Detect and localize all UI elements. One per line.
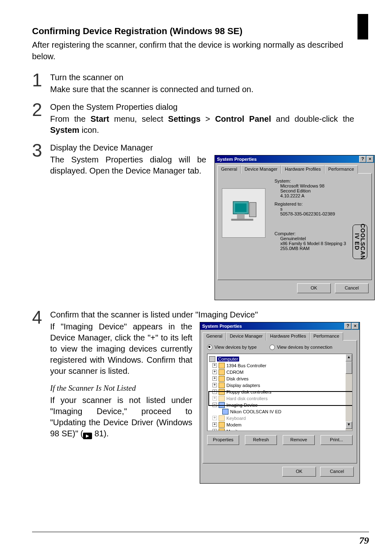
computer-value: x86 Family 6 Model 8 Stepping 3 <box>274 241 346 246</box>
tab-hardware-profiles[interactable]: Hardware Profiles <box>281 165 324 174</box>
system-value: Second Edition <box>274 188 346 193</box>
system-properties-dialog-device-manager: System Properties ? × General Device Man… <box>200 322 360 484</box>
computer-label: Computer: <box>274 231 346 236</box>
t: > <box>201 114 215 123</box>
step-text: Make sure that the scanner is connected … <box>50 84 354 95</box>
registered-value: 50578-335-0622301-02389 <box>274 211 346 216</box>
step-2: 2 Open the System Properties dialog From… <box>32 101 354 136</box>
registered-value: s <box>274 206 346 211</box>
scroll-thumb[interactable] <box>346 361 352 374</box>
step-4: 4 Confirm that the scanner is listed und… <box>32 308 354 484</box>
tree-item[interactable]: CDROM <box>226 370 244 375</box>
bold: Control Panel <box>215 114 271 123</box>
tree-item[interactable]: Disk drives <box>226 376 249 381</box>
tree-item[interactable]: Display adapters <box>226 383 260 388</box>
computer-value: GenuineIntel <box>274 236 346 241</box>
step-text: The System Properties dialog will be dis… <box>50 154 206 300</box>
step-number: 4 <box>32 308 43 484</box>
bold: System <box>50 125 79 134</box>
step-title: Turn the scanner on <box>50 72 354 83</box>
refresh-button[interactable]: Refresh <box>245 435 277 445</box>
radio-view-by-type[interactable]: View devices by type <box>207 345 257 350</box>
tab-general[interactable]: General <box>203 332 226 341</box>
radio-label: View devices by connection <box>277 345 332 350</box>
t: 81). <box>92 429 108 438</box>
system-value: Microsoft Windows 98 <box>274 183 346 188</box>
step-title: Open the System Properties dialog <box>50 102 354 113</box>
help-button[interactable]: ? <box>344 323 351 329</box>
tree-root[interactable]: Computer <box>217 357 239 361</box>
svg-rect-2 <box>231 219 254 221</box>
edge-tab-marker <box>357 14 368 39</box>
tab-strip: General Device Manager Hardware Profiles… <box>203 332 357 341</box>
dialog-title: System Properties <box>217 155 257 163</box>
section-title: Confirming Device Registration (Windows … <box>32 25 354 37</box>
page-ref-icon: ▶ <box>83 433 92 439</box>
tab-performance[interactable]: Performance <box>325 165 358 174</box>
tab-device-manager[interactable]: Device Manager <box>241 165 281 174</box>
device-tree[interactable]: Computer +1394 Bus Controller +CDROM +Di… <box>207 354 353 431</box>
page-number: 79 <box>359 535 369 546</box>
svg-rect-4 <box>249 202 256 217</box>
radio-label: View devices by type <box>214 345 257 350</box>
tree-item-imaging-device[interactable]: Imaging Device <box>226 403 258 408</box>
step-1: 1 Turn the scanner on Make sure that the… <box>32 71 354 95</box>
radio-view-by-connection[interactable]: View devices by connection <box>270 345 332 350</box>
computer-illustration-icon <box>222 188 265 238</box>
scroll-up-button[interactable]: ▲ <box>346 354 352 361</box>
close-button[interactable]: × <box>367 156 374 162</box>
cancel-button[interactable]: Cancel <box>320 467 354 477</box>
t: menu, select <box>109 114 168 123</box>
system-info-block: System: Microsoft Windows 98 Second Edit… <box>274 178 346 251</box>
print-button[interactable]: Print... <box>321 435 353 445</box>
tree-child-scanner[interactable]: Nikon COOLSCAN IV ED <box>230 409 281 414</box>
tree-item[interactable]: Hard disk controllers <box>226 396 267 401</box>
step-text: If "Imaging Device" appears in the Devic… <box>50 321 192 377</box>
scroll-down-button[interactable]: ▼ <box>346 422 352 429</box>
tab-general[interactable]: General <box>217 165 241 174</box>
dialog-title: System Properties <box>202 322 242 330</box>
tree-item[interactable]: 1394 Bus Controller <box>226 363 266 368</box>
side-tab-coolscan: COOLSCAN IV ED <box>353 225 367 259</box>
svg-rect-3 <box>237 214 245 219</box>
step-title: Confirm that the scanner is listed under… <box>50 309 360 320</box>
tab-device-manager[interactable]: Device Manager <box>226 332 266 341</box>
system-value: 4.10.2222 A <box>274 193 346 198</box>
properties-button[interactable]: Properties <box>207 435 239 445</box>
tree-item[interactable]: Monitors <box>226 429 244 431</box>
tree-item[interactable]: Keyboard <box>226 416 246 421</box>
subtext: If your scanner is not listed under "Ima… <box>50 395 192 439</box>
tree-item[interactable]: Modem <box>226 422 242 427</box>
scrollbar[interactable]: ▲ ▼ <box>346 354 352 431</box>
step-text: From the Start menu, select Settings > C… <box>50 114 354 136</box>
tree-item[interactable]: Floppy disk controllers <box>226 389 271 394</box>
t: From the <box>50 114 90 123</box>
remove-button[interactable]: Remove <box>283 435 315 445</box>
system-properties-dialog-general: System Properties ? × General Device Man… <box>214 155 375 300</box>
side-tab-label: COOLSCAN IV ED <box>354 224 366 260</box>
ok-button[interactable]: OK <box>297 283 331 293</box>
step-3: 3 Display the Device Manager The System … <box>32 141 354 300</box>
step-number: 2 <box>32 101 43 136</box>
tab-performance[interactable]: Performance <box>310 332 343 341</box>
t: and double-click the <box>271 114 354 123</box>
t: If your scanner is not listed under "Ima… <box>50 396 192 438</box>
bold: Start <box>90 114 109 123</box>
registered-label: Registered to: <box>274 202 346 206</box>
tab-hardware-profiles[interactable]: Hardware Profiles <box>266 332 309 341</box>
close-button[interactable]: × <box>352 323 359 329</box>
system-label: System: <box>274 178 346 183</box>
tab-strip: General Device Manager Hardware Profiles… <box>217 165 372 174</box>
bold: Settings <box>168 114 201 123</box>
step-title: Display the Device Manager <box>50 142 375 153</box>
ok-button[interactable]: OK <box>282 467 316 477</box>
step-number: 3 <box>32 141 43 300</box>
svg-rect-1 <box>235 203 247 212</box>
step-number: 1 <box>32 71 43 95</box>
help-button[interactable]: ? <box>359 156 366 162</box>
subheading: If the Scanner Is Not Listed <box>50 383 192 394</box>
computer-value: 255.0MB RAM <box>274 246 346 251</box>
page-footer-rule <box>32 532 369 532</box>
t: icon. <box>79 125 99 134</box>
cancel-button[interactable]: Cancel <box>335 283 369 293</box>
